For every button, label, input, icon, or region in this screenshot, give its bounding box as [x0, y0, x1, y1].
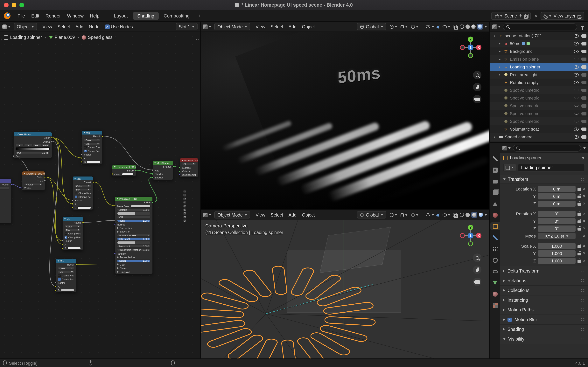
panel-grip-icon[interactable]: [580, 318, 585, 322]
node-material-output[interactable]: Material OutputAllSurfaceVolumeDisplacem…: [180, 158, 198, 177]
spinner-petal-outline[interactable]: [324, 317, 376, 326]
transform-panel-header[interactable]: Transform: [500, 175, 588, 184]
zoom-button[interactable]: [473, 253, 481, 262]
node-mix[interactable]: MixResultColorMixClamp Result✓Clamp Fact…: [62, 217, 83, 250]
chevron-right-icon[interactable]: [117, 231, 119, 233]
spinner-petal-outline[interactable]: [303, 274, 343, 301]
checkbox-icon[interactable]: ✓: [58, 278, 60, 281]
eye-closed-icon[interactable]: [574, 105, 579, 107]
socket-icon[interactable]: [61, 247, 63, 249]
node-dropdown[interactable]: Point: [0, 187, 9, 190]
node-dropdown[interactable]: Color: [75, 184, 91, 187]
view-layer-selector[interactable]: View Layer: [541, 12, 584, 20]
camera-visibility-icon[interactable]: [582, 34, 587, 38]
panel-grip-icon[interactable]: [580, 288, 585, 292]
editor-type-button[interactable]: [203, 24, 211, 29]
spinner-petal-outline[interactable]: [242, 269, 273, 298]
editor-type-button[interactable]: [492, 24, 501, 29]
shader-menu-node[interactable]: Node: [86, 24, 102, 30]
node-dropdown[interactable]: Color: [84, 139, 100, 142]
socket-icon[interactable]: [152, 169, 154, 171]
panel-grip-icon[interactable]: [580, 327, 585, 331]
vpa-menu-select[interactable]: Select: [268, 24, 286, 30]
new-scene-icon[interactable]: [524, 14, 528, 18]
socket-icon[interactable]: [55, 285, 57, 287]
node-slider-field[interactable]: Tint: [117, 241, 151, 244]
breadcrumb-item[interactable]: Plane.009: [49, 35, 75, 40]
eye-icon[interactable]: [574, 73, 579, 76]
animate-decorator-icon[interactable]: [583, 213, 585, 215]
socket-icon[interactable]: [114, 252, 116, 254]
editor-type-button[interactable]: [203, 212, 211, 217]
socket-icon[interactable]: [55, 282, 57, 284]
shader-menu-add[interactable]: Add: [73, 24, 86, 30]
snap-dropdown[interactable]: [401, 213, 408, 217]
use-nodes-toggle[interactable]: ✓Use Nodes: [105, 24, 133, 29]
pin-icon[interactable]: [519, 14, 522, 17]
socket-icon[interactable]: [111, 173, 113, 175]
animate-decorator-icon[interactable]: [583, 235, 585, 237]
camera-visibility-icon[interactable]: [582, 57, 587, 61]
animate-decorator-icon[interactable]: [583, 252, 585, 254]
panel-grip-icon[interactable]: [580, 269, 585, 273]
node-transparent-bsdf[interactable]: Transparent BSDFBSDFColor: [112, 165, 136, 176]
spinner-petal-outline[interactable]: [253, 338, 279, 359]
animate-decorator-icon[interactable]: [583, 227, 585, 229]
transform-orientation-dropdown[interactable]: Global: [357, 23, 386, 30]
socket-icon[interactable]: [72, 207, 74, 209]
camera-visibility-icon[interactable]: [582, 81, 587, 84]
properties-search-input[interactable]: [513, 144, 581, 151]
node-value-field[interactable]: 0 m: [183, 194, 186, 197]
spinner-petal-outline[interactable]: [308, 331, 352, 356]
animate-decorator-icon[interactable]: [583, 260, 585, 262]
socket-icon[interactable]: [72, 200, 74, 201]
spinner-petal-outline[interactable]: [201, 320, 246, 333]
node-principled-bsdf[interactable]: Principled BSDFBSDFBase ColorMetallic0.0…: [115, 196, 153, 274]
section-relations[interactable]: Relations: [500, 276, 588, 285]
lock-open-icon[interactable]: [578, 188, 581, 191]
mode-dropdown[interactable]: Object Mode: [214, 23, 250, 30]
region-chevron-right[interactable]: ‹›: [196, 37, 199, 42]
eye-icon[interactable]: [574, 81, 579, 84]
outliner-row[interactable]: ▸Loading spinner: [490, 63, 588, 71]
color-ramp-gradient[interactable]: [16, 147, 50, 150]
checkbox-icon[interactable]: [84, 146, 86, 149]
value-field[interactable]: 0°: [538, 218, 576, 224]
expand-arrow-icon[interactable]: ▸: [497, 73, 502, 77]
socket-icon[interactable]: [72, 203, 74, 205]
wireframe-shading-icon[interactable]: [460, 25, 464, 29]
node-value-field[interactable]: IOR Level1.000: [117, 238, 151, 241]
proportional-editing-dropdown[interactable]: [411, 25, 419, 29]
socket-icon[interactable]: [82, 222, 84, 224]
lock-open-icon[interactable]: [578, 195, 581, 198]
chevron-right-icon[interactable]: [117, 267, 119, 269]
blender-logo-icon[interactable]: [4, 12, 10, 19]
socket-icon[interactable]: [81, 157, 83, 159]
checkbox-icon[interactable]: ✓: [84, 150, 86, 152]
unlink-scene-button[interactable]: ×: [533, 13, 538, 18]
node-value-field[interactable]: 1.000: [183, 212, 186, 215]
overlays-dropdown[interactable]: [443, 25, 450, 28]
socket-icon[interactable]: [172, 166, 174, 167]
wireframe-shading-icon[interactable]: [460, 213, 464, 217]
chevron-right-icon[interactable]: [117, 263, 119, 266]
lock-open-icon[interactable]: [578, 252, 581, 255]
zoom-button[interactable]: [473, 71, 481, 79]
properties-tab-tool[interactable]: [490, 155, 500, 163]
color-swatch[interactable]: [67, 247, 81, 250]
value-field[interactable]: 1.000: [538, 258, 576, 264]
expand-arrow-icon[interactable]: ▸: [497, 49, 502, 53]
vpa-menu-add[interactable]: Add: [286, 24, 299, 30]
shader-menu-view[interactable]: View: [40, 24, 54, 30]
value-field[interactable]: 1.000: [538, 243, 576, 249]
material-slot-dropdown[interactable]: Slot 1: [176, 23, 198, 30]
material-shading-icon[interactable]: [471, 25, 476, 29]
ramp-tool[interactable]: RGB: [33, 144, 41, 147]
camera-visibility-icon[interactable]: [582, 135, 587, 139]
properties-tab-particles[interactable]: [490, 245, 500, 253]
node-value-field[interactable]: 1.000: [183, 216, 186, 218]
socket-icon[interactable]: [81, 161, 83, 163]
viewport-shading-group[interactable]: [460, 24, 487, 30]
node-header[interactable]: Material Output: [180, 158, 198, 162]
workspace-tab-shading[interactable]: Shading: [133, 12, 159, 20]
